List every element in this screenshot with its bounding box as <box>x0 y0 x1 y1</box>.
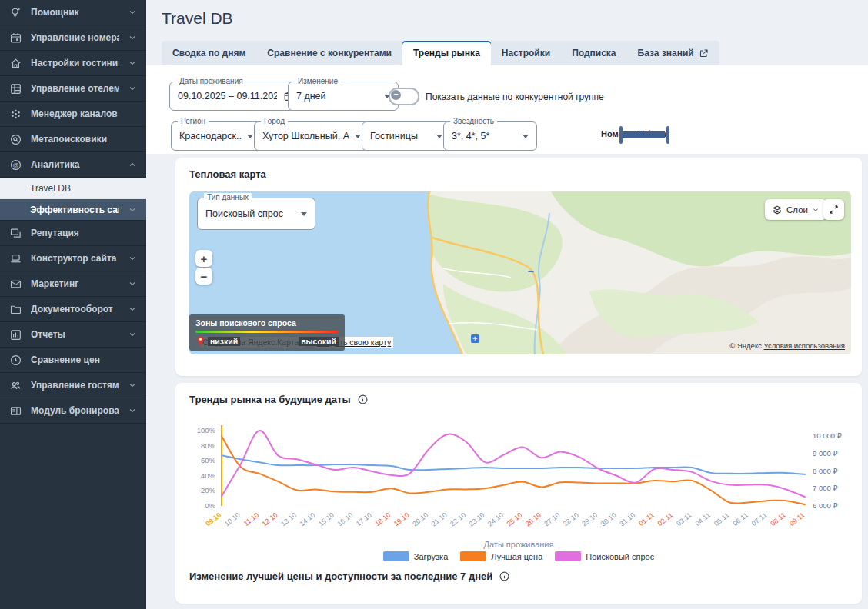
map-layers-button[interactable]: Слои <box>765 199 826 220</box>
map-data-type-select[interactable]: Тип данных Поисковый спрос <box>197 198 315 230</box>
sidebar-item-assistant[interactable]: Помощник <box>0 0 146 25</box>
svg-text:08.11: 08.11 <box>769 511 786 527</box>
slider-handle-right[interactable] <box>666 126 669 144</box>
sidebar-item-booking-module[interactable]: Модуль бронирования <box>0 398 146 424</box>
chevron-down-icon <box>128 33 137 42</box>
chevron-down-icon <box>522 135 529 138</box>
sidebar-item-price-comparison[interactable]: Сравнение цен <box>0 348 146 373</box>
sidebar-item-label: Документооборот <box>31 304 119 314</box>
chevron-down-icon <box>812 206 820 214</box>
sidebar-item-icon <box>9 6 22 19</box>
map-fullscreen-button[interactable] <box>823 199 844 220</box>
stars-select[interactable]: Звёздность 3*, 4*, 5* <box>443 121 537 151</box>
room-fund-slider[interactable] <box>616 125 677 145</box>
sidebar-item-hotel-management[interactable]: Управление отелем <box>0 76 146 102</box>
tab-label: Сравнение с конкурентами <box>267 48 392 58</box>
svg-text:20.10: 20.10 <box>411 511 429 528</box>
legend-item[interactable]: Загрузка <box>383 551 448 561</box>
info-icon[interactable] <box>499 571 510 582</box>
slider-handle-left[interactable] <box>619 126 623 144</box>
category-value: Гостиницы <box>370 131 430 141</box>
chevron-down-icon <box>128 205 137 215</box>
map-terms-link[interactable]: Условия использования <box>764 341 845 350</box>
svg-text:18.10: 18.10 <box>373 511 392 528</box>
tab-knowledge-base[interactable]: База знаний <box>627 41 719 65</box>
sidebar-item-reports[interactable]: Отчеты <box>0 322 146 348</box>
svg-text:23.10: 23.10 <box>468 511 486 528</box>
change-period-select[interactable]: Изменение 7 дней <box>288 82 399 111</box>
map-layers-label: Слои <box>786 205 808 215</box>
svg-text:30.10: 30.10 <box>599 511 618 528</box>
svg-text:25.10: 25.10 <box>506 511 524 528</box>
sidebar-item-channel-manager[interactable]: Менеджер каналов <box>0 102 146 127</box>
legend-label: Загрузка <box>414 552 448 561</box>
chevron-down-icon <box>128 330 137 339</box>
sidebar-item-label: Менеджер каналов <box>31 108 137 119</box>
svg-text:17.10: 17.10 <box>355 511 373 528</box>
svg-text:15.10: 15.10 <box>317 511 336 528</box>
svg-text:6 000 ₽: 6 000 ₽ <box>813 501 837 510</box>
sidebar-item-icon <box>9 379 22 392</box>
yandex-map[interactable]: ✈ Тип данных Поисковый спрос Слои + − Со… <box>189 191 851 354</box>
sidebar-item-marketing[interactable]: Маркетинг <box>0 271 146 297</box>
svg-text:40%: 40% <box>201 471 216 480</box>
city-select[interactable]: Город Хутор Школьный, А... <box>254 121 369 151</box>
svg-text:11.10: 11.10 <box>242 511 260 527</box>
legend-item[interactable]: Лучшая цена <box>460 551 542 561</box>
competitor-group-toggle[interactable]: – <box>389 88 419 105</box>
tab-subscription[interactable]: Подписка <box>561 41 626 65</box>
change-period-label: Изменение <box>295 77 341 85</box>
sidebar-item-room-management[interactable]: Управление номерами <box>0 25 146 51</box>
region-label: Регион <box>178 117 209 125</box>
stay-dates-value: 09.10.2025 – 09.11.2025 <box>178 91 277 102</box>
legend-label: Поисковый спрос <box>586 552 654 561</box>
tab-label: Тренды рынка <box>413 48 480 58</box>
svg-text:7 000 ₽: 7 000 ₽ <box>813 484 837 492</box>
sidebar-item-documents[interactable]: Документооборот <box>0 297 146 322</box>
map-pin-icon <box>195 335 205 347</box>
map-zoom-in-button[interactable]: + <box>195 250 212 267</box>
sidebar-item-reputation[interactable]: Репутация <box>0 221 146 246</box>
city-label: Город <box>261 117 288 125</box>
sidebar-item-icon <box>9 252 22 265</box>
sidebar-item-label: Отчеты <box>31 329 119 340</box>
svg-text:12.10: 12.10 <box>261 511 279 528</box>
info-icon[interactable] <box>357 394 369 405</box>
stars-label: Звёздность <box>450 117 497 125</box>
market-trends-card: Тренды рынка на будущие даты 100%80%60%4… <box>175 383 862 604</box>
stay-dates-label: Даты проживания <box>176 77 246 85</box>
stay-dates-field[interactable]: Даты проживания 09.10.2025 – 09.11.2025 <box>169 82 303 111</box>
sidebar-item-travel-db[interactable]: Travel DB <box>0 178 146 199</box>
chevron-down-icon <box>128 381 137 390</box>
svg-text:09.10: 09.10 <box>204 511 222 528</box>
sidebar-item-analytics[interactable]: @ Аналитика <box>0 152 146 178</box>
chevron-down-icon <box>247 135 253 138</box>
slider-range-bar[interactable] <box>622 131 665 138</box>
sidebar-item-icon <box>9 354 22 367</box>
tab-daily-summary[interactable]: Сводка по дням <box>162 41 256 65</box>
stars-value: 3*, 4*, 5* <box>452 131 516 141</box>
svg-text:09.11: 09.11 <box>788 511 806 527</box>
chevron-down-icon <box>128 58 137 68</box>
tab-label: Подписка <box>572 48 616 58</box>
tab-competitor-comparison[interactable]: Сравнение с конкурентами <box>256 41 402 65</box>
map-zoom-out-button[interactable]: − <box>195 268 212 285</box>
tab-settings[interactable]: Настройки <box>491 41 561 65</box>
sidebar-item-site-effectiveness[interactable]: Эффективность сайта <box>0 199 146 221</box>
tab-market-trends[interactable]: Тренды рынка <box>402 41 491 65</box>
sidebar-item-guest-management[interactable]: Управление гостями <box>0 373 146 398</box>
svg-text:01.11: 01.11 <box>637 511 655 527</box>
expand-icon <box>829 205 839 215</box>
sidebar-item-icon <box>9 108 22 121</box>
sidebar-item-metasearch[interactable]: Метапоисковики <box>0 127 146 152</box>
sidebar-item-label: Управление гостями <box>31 380 119 391</box>
sidebar-item-hotel-settings[interactable]: Настройки гостиницы <box>0 51 146 76</box>
x-axis-label: Даты проживания <box>175 540 862 549</box>
trend-chart: 100%80%60%40%20%0%10 000 ₽9 000 ₽8 000 ₽… <box>180 420 857 537</box>
legend-item[interactable]: Поисковый спрос <box>555 551 654 561</box>
svg-text:100%: 100% <box>197 426 216 434</box>
svg-text:31.10: 31.10 <box>618 511 636 528</box>
category-select[interactable]: Гостиницы <box>362 121 451 151</box>
sidebar-item-site-builder[interactable]: Конструктор сайта <box>0 246 146 271</box>
region-select[interactable]: Регион Краснодарск... <box>171 121 262 151</box>
